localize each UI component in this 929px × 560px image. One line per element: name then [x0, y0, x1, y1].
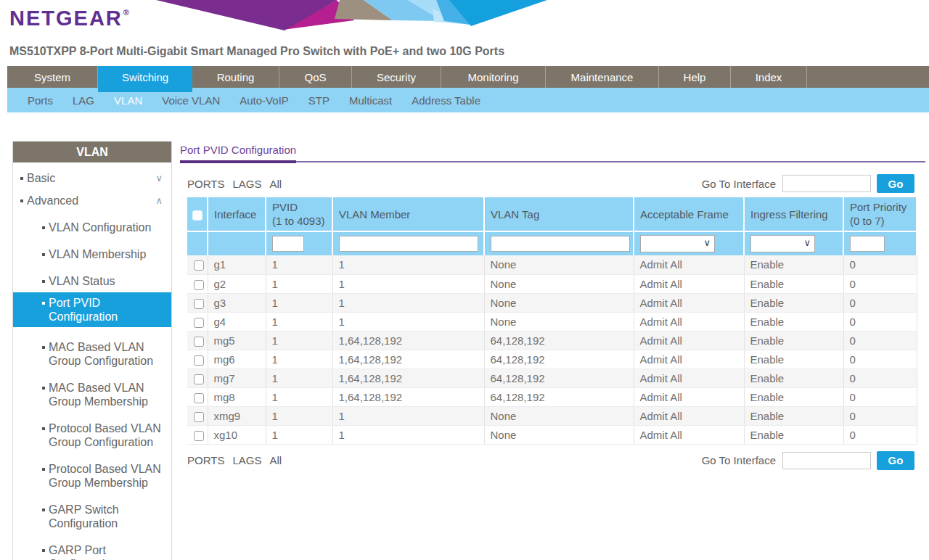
cell-ingress-filtering: Enable [744, 387, 843, 406]
cell-interface: g4 [208, 312, 266, 331]
acceptable-frame-select-wrap: ∨ [640, 235, 715, 252]
cell-pvid: 1 [266, 274, 332, 293]
cell-acceptable-frame: Admit All [634, 274, 744, 293]
sidebar-item-label: Protocol Based VLAN Group Configuration [49, 421, 161, 449]
table-header: InterfacePVID (1 to 4093)VLAN MemberVLAN… [187, 197, 917, 231]
sub-nav-item-stp[interactable]: STP [308, 94, 330, 107]
ports-link[interactable]: PORTS [187, 454, 224, 466]
cell-vlan-member: 1 [332, 274, 484, 293]
sidebar-item-garp-switch-configuration[interactable]: GARP Switch Configuration [42, 503, 171, 530]
sidebar-item-label: Basic [27, 171, 55, 185]
sidebar-item-vlan-configuration[interactable]: VLAN Configuration [42, 221, 171, 234]
pvid-filter-input[interactable] [272, 236, 304, 252]
bullet-icon [20, 177, 23, 180]
bullet-icon [42, 549, 45, 552]
goto-interface-input[interactable] [782, 452, 871, 469]
main-nav-tab-switching[interactable]: Switching [98, 66, 192, 92]
vlan-tag-filter-input[interactable] [491, 236, 630, 252]
main-nav-tab-qos[interactable]: QoS [279, 66, 352, 88]
table-row-xg10: xg1011NoneAdmit AllEnable0 [187, 425, 917, 444]
sub-nav-item-auto-voip[interactable]: Auto-VoIP [240, 94, 289, 107]
port-priority-filter-input[interactable] [850, 236, 885, 252]
cell-acceptable-frame: Admit All [634, 331, 744, 350]
all-link[interactable]: All [269, 454, 282, 466]
ingress-filtering-select-cell: ∨ [744, 231, 843, 255]
cell-vlan-tag: None [484, 274, 634, 293]
acceptable-frame-select[interactable] [641, 236, 714, 252]
row-checkbox[interactable] [194, 299, 204, 309]
sidebar-item-basic[interactable]: Basic∨ [13, 171, 171, 185]
row-checkbox[interactable] [194, 280, 204, 290]
sidebar-item-mac-based-vlan-group-membership[interactable]: MAC Based VLAN Group Membership [42, 381, 171, 408]
column-header-vlan-tag: VLAN Tag [484, 197, 634, 231]
sub-nav-item-multicast[interactable]: Multicast [349, 94, 392, 107]
bullet-icon [42, 508, 45, 511]
cell-ingress-filtering: Enable [744, 406, 843, 425]
row-checkbox[interactable] [194, 374, 204, 384]
cell-acceptable-frame: Admit All [634, 293, 744, 312]
main-nav-tab-system[interactable]: System [7, 66, 98, 88]
column-header-acceptable-frame: Acceptable Frame [634, 197, 744, 231]
row-checkbox-cell [187, 293, 208, 312]
vlan-member-filter-input[interactable] [339, 236, 478, 252]
table-row-g4: g411NoneAdmit AllEnable0 [187, 312, 917, 331]
sidebar-item-port-pvid-configuration[interactable]: Port PVID Configuration [13, 292, 171, 327]
cell-vlan-member: 1,64,128,192 [332, 387, 484, 406]
sidebar-item-vlan-membership[interactable]: VLAN Membership [42, 247, 171, 261]
ingress-filtering-select[interactable] [751, 236, 814, 252]
bullet-icon [42, 280, 45, 283]
sub-nav-item-voice-vlan[interactable]: Voice VLAN [162, 94, 220, 107]
main-nav-tab-security[interactable]: Security [352, 66, 441, 88]
all-link[interactable]: All [269, 178, 282, 190]
cell-ingress-filtering: Enable [744, 331, 843, 350]
main-nav-tab-index[interactable]: Index [731, 66, 807, 88]
sidebar-item-label: VLAN Configuration [49, 221, 151, 234]
goto-interface-label: Go To Interface [702, 178, 776, 190]
bullet-icon [42, 302, 45, 305]
sub-nav-item-lag[interactable]: LAG [73, 94, 94, 107]
sidebar-item-label: GARP Port Configuration [49, 543, 118, 560]
cell-vlan-member: 1 [332, 255, 484, 274]
sub-nav-item-address-table[interactable]: Address Table [412, 94, 480, 107]
main-nav-tab-maintenance[interactable]: Maintenance [546, 66, 659, 88]
bullet-icon [20, 199, 23, 202]
sidebar-item-advanced[interactable]: Advanced∧ [13, 194, 171, 207]
cell-ingress-filtering: Enable [744, 350, 843, 368]
go-button[interactable]: Go [877, 174, 914, 193]
lags-link[interactable]: LAGS [232, 178, 261, 190]
row-checkbox[interactable] [194, 431, 204, 441]
row-checkbox[interactable] [194, 393, 204, 403]
main-nav-tab-help[interactable]: Help [659, 66, 731, 88]
sub-nav-item-ports[interactable]: Ports [28, 94, 53, 107]
sidebar-item-label: Advanced [27, 194, 78, 207]
select-all-checkbox[interactable] [192, 210, 202, 221]
main-nav-tab-monitoring[interactable]: Monitoring [441, 66, 546, 88]
sidebar-item-mac-based-vlan-group-configuration[interactable]: MAC Based VLAN Group Configuration [42, 340, 171, 368]
cell-acceptable-frame: Admit All [634, 255, 744, 274]
sidebar-title: VLAN [13, 141, 171, 162]
table-filter-row: ∨∨ [187, 231, 917, 255]
row-checkbox[interactable] [194, 412, 204, 422]
row-checkbox[interactable] [194, 318, 204, 328]
page-title: Port PVID Configuration [180, 144, 296, 163]
sidebar-item-protocol-based-vlan-group-configuration[interactable]: Protocol Based VLAN Group Configuration [42, 421, 171, 449]
banner-art [0, 0, 929, 33]
ports-link[interactable]: PORTS [187, 178, 224, 190]
cell-pvid: 1 [266, 368, 332, 387]
row-checkbox-cell [187, 255, 208, 274]
sidebar-item-garp-port-configuration[interactable]: GARP Port Configuration [42, 543, 171, 560]
cell-vlan-tag: 64,128,192 [484, 350, 634, 368]
sub-nav-item-vlan[interactable]: VLAN [114, 94, 142, 107]
cell-port-priority: 0 [843, 350, 917, 368]
cell-interface: g1 [208, 255, 266, 274]
main-nav-tab-routing[interactable]: Routing [192, 66, 279, 88]
goto-interface-input[interactable] [782, 175, 871, 192]
row-checkbox[interactable] [194, 355, 204, 366]
sidebar-item-protocol-based-vlan-group-membership[interactable]: Protocol Based VLAN Group Membership [42, 462, 171, 490]
row-checkbox[interactable] [194, 260, 204, 271]
sidebar-item-vlan-status[interactable]: VLAN Status [42, 274, 171, 288]
cell-port-priority: 0 [843, 255, 917, 274]
row-checkbox[interactable] [194, 337, 204, 347]
go-button[interactable]: Go [877, 451, 914, 470]
lags-link[interactable]: LAGS [232, 454, 261, 466]
